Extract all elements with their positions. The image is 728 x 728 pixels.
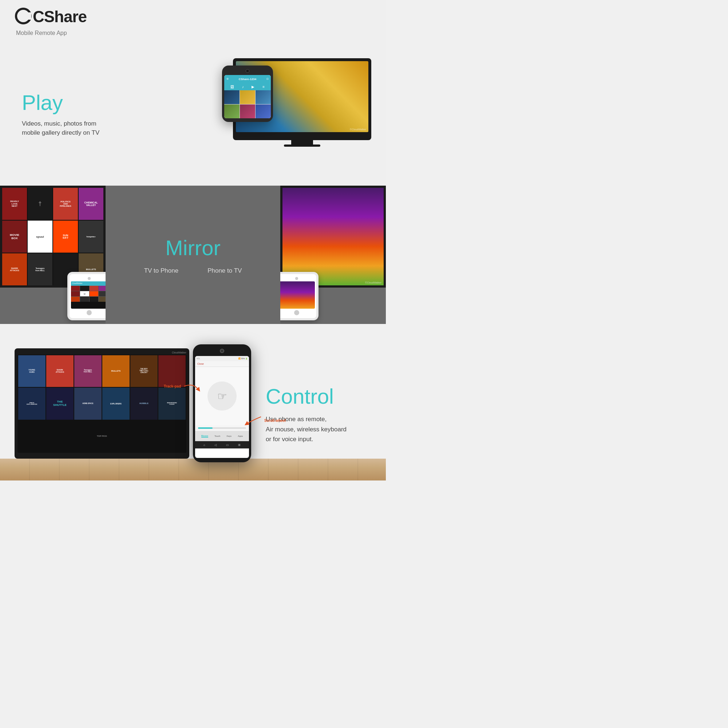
- scroll-arrow-label: Scroll-wheel: [245, 415, 286, 426]
- logo-area: CShare: [15, 7, 371, 26]
- tab-keys[interactable]: Keys: [227, 435, 231, 437]
- mtv-cell-2: †: [28, 188, 52, 220]
- slider-fill: [198, 427, 213, 429]
- gallery-item-2: [240, 90, 255, 104]
- control-title: Control: [266, 384, 364, 408]
- play-phone: ⚙ CShare-1234 ⊡ 🖼 ♪ ▶ ≡: [222, 66, 273, 122]
- nav-video-icon: ▶: [252, 85, 254, 89]
- ctv-top-pick: TOP PICK: [18, 421, 186, 452]
- gallery-item-5: [240, 104, 255, 118]
- section-control: CloudWalker YOUNGGUNS SHARKATTACKS Teena…: [0, 324, 386, 459]
- section-play: Play Videos, music, photos frommobile ga…: [0, 44, 386, 186]
- trackpad-arrow-svg: [182, 381, 200, 392]
- control-text-block: Control Use phone as remote,Air mouse, w…: [255, 369, 371, 459]
- settings-nav-icon[interactable]: ⊞: [238, 444, 241, 447]
- ctv-the-shuttle: THESHUTTLE: [46, 388, 73, 419]
- ctv-home-space: HOME·SPACE: [74, 388, 102, 419]
- home-nav-icon[interactable]: ⌂: [203, 444, 205, 447]
- control-nav-bar: ⌂ ◁ ▭ ⊞: [195, 441, 249, 448]
- phone-app-name: CShare-1234: [239, 78, 256, 81]
- close-label: Close: [197, 362, 204, 365]
- tv-foot-left: [32, 454, 43, 459]
- scroll-label: Scroll-wheel: [264, 419, 286, 423]
- trackpad-circle: ☞: [208, 381, 237, 411]
- cast-icon: ⊡: [266, 78, 269, 80]
- control-phone-wrapper: Track-pad Scroll-wheel VOL: [189, 344, 255, 462]
- gallery-item-3: [255, 90, 271, 104]
- ctv-shark-attacks: SHARKATTACKS: [46, 355, 73, 387]
- nav-more-icon: ≡: [262, 85, 265, 89]
- mtv-cell-moviebox: MOVIEBOX: [2, 220, 27, 252]
- play-text-block: Play Videos, music, photos frommobile ga…: [22, 92, 124, 138]
- phone-gallery-grid: [224, 90, 271, 118]
- nav-photo-icon: 🖼: [230, 85, 234, 89]
- section-mirror: DEADLYLOVENEST † POLITICSANDPIPELINES CH…: [0, 186, 386, 324]
- mirror-label-tv-to-phone: TV to Phone: [144, 267, 179, 274]
- ctv-bullets: BULLETS: [102, 355, 130, 387]
- gallery-item-4: [224, 104, 240, 118]
- ctv-young-guns: YOUNGGUNS: [18, 355, 46, 387]
- status-signal: 📶 55% 🔋: [239, 358, 248, 359]
- control-phone-relative: Track-pad Scroll-wheel VOL: [193, 344, 251, 462]
- tab-touch[interactable]: Touch: [214, 435, 220, 437]
- control-slider-area: [195, 425, 249, 431]
- control-phone-camera: [220, 349, 224, 353]
- logo-text: CShare: [33, 8, 87, 26]
- control-trackpad-area[interactable]: ☞: [195, 367, 249, 425]
- mtv-cell-3: POLITICSANDPIPELINES: [53, 188, 78, 220]
- mirror-right-tv: ©CloudWalker: [280, 186, 386, 324]
- mtv-cell-shark: SHARKATTACKS: [2, 253, 27, 285]
- mirror-left-tv: DEADLYLOVENEST † POLITICSANDPIPELINES CH…: [0, 186, 106, 324]
- ctv-reinventing: REINVENTINGFLIGHT: [158, 388, 186, 419]
- mtv-cell-4: CHEMICALVALLEY: [79, 188, 103, 220]
- mirror-center: Mirror TV to Phone Phone to TV: [106, 225, 280, 285]
- nav-music-icon: ♪: [242, 85, 244, 89]
- ctv-teenagers: Teenagersfrom HELL: [74, 355, 102, 387]
- mtv-cell-teen: Teenagersfrom HELL: [28, 253, 52, 285]
- status-network: VOL: [197, 358, 200, 359]
- ctv-space-explore: SPACEEXPLORATION: [18, 388, 46, 419]
- tab-apps[interactable]: Apps: [238, 435, 243, 437]
- svg-rect-1: [27, 12, 31, 20]
- scroll-arrow-svg: [245, 415, 263, 426]
- recent-nav-icon[interactable]: ▭: [226, 444, 229, 447]
- control-tv-screen: YOUNGGUNS SHARKATTACKS Teenagersfrom HEL…: [17, 355, 187, 453]
- gallery-item-1: [224, 90, 240, 104]
- mirror-phone-left: CloudWalker sp: [67, 272, 106, 320]
- ctv-boy-chucky: THE BOYTHEY CALLCHUCKY: [130, 355, 158, 387]
- control-phone-screen: VOL 📶 55% 🔋 Close ☞: [195, 356, 249, 458]
- mirror-phone-left-app: CloudWalker: [72, 282, 82, 285]
- control-close-button[interactable]: Close: [195, 361, 249, 367]
- play-title: Play: [22, 92, 124, 113]
- tv-foot-right: [161, 454, 172, 459]
- play-devices: ⚙ CShare-1234 ⊡ 🖼 ♪ ▶ ≡: [124, 55, 371, 175]
- phone-camera: [246, 69, 249, 73]
- back-nav-icon[interactable]: ◁: [214, 444, 217, 447]
- mtv-cell-sunnxt: SUNN☀T: [53, 220, 78, 252]
- logo-subtitle: Mobile Remote App: [16, 30, 371, 37]
- control-phone: VOL 📶 55% 🔋 Close ☞: [193, 344, 251, 462]
- ctv-explorers: EXPLORERS: [102, 388, 130, 419]
- control-tv: CloudWalker YOUNGGUNS SHARKATTACKS Teena…: [15, 348, 189, 459]
- mirror-label-phone-to-tv: Phone to TV: [208, 267, 242, 274]
- cloudwalker-label-mirror-right: ©CloudWalker: [365, 281, 381, 284]
- cloudwalker-label-tv: ©CloudWalker: [350, 128, 366, 131]
- mirror-labels: TV to Phone Phone to TV: [144, 267, 242, 274]
- cshare-logo-icon: [15, 7, 32, 25]
- mtv-cell-hungama: hungama+: [79, 220, 103, 252]
- tab-mouse[interactable]: Mouse: [201, 434, 208, 437]
- phone-screen: ⚙ CShare-1234 ⊡ 🖼 ♪ ▶ ≡: [224, 75, 271, 118]
- play-description: Videos, music, photos frommobile gallery…: [22, 119, 124, 138]
- trackpad-arrow-label: Track-pad: [164, 381, 200, 392]
- control-screen-status: VOL 📶 55% 🔋: [195, 356, 249, 361]
- finger-gesture-icon: ☞: [217, 390, 227, 402]
- control-slider[interactable]: [198, 427, 246, 429]
- ctv-hubble: HUBBLE: [130, 388, 158, 419]
- control-tabs-bar: Mouse Touch Keys Apps: [195, 431, 249, 441]
- mirror-title: Mirror: [165, 236, 220, 260]
- mirror-tv-content: DEADLYLOVENEST † POLITICSANDPIPELINES CH…: [2, 188, 103, 285]
- cloudwalker-label-control: CloudWalker: [17, 351, 187, 354]
- mtv-cell-spuul: spuul: [28, 220, 52, 252]
- mtv-cell-1: DEADLYLOVENEST: [2, 188, 27, 220]
- app-settings-icon: ⚙: [226, 78, 229, 80]
